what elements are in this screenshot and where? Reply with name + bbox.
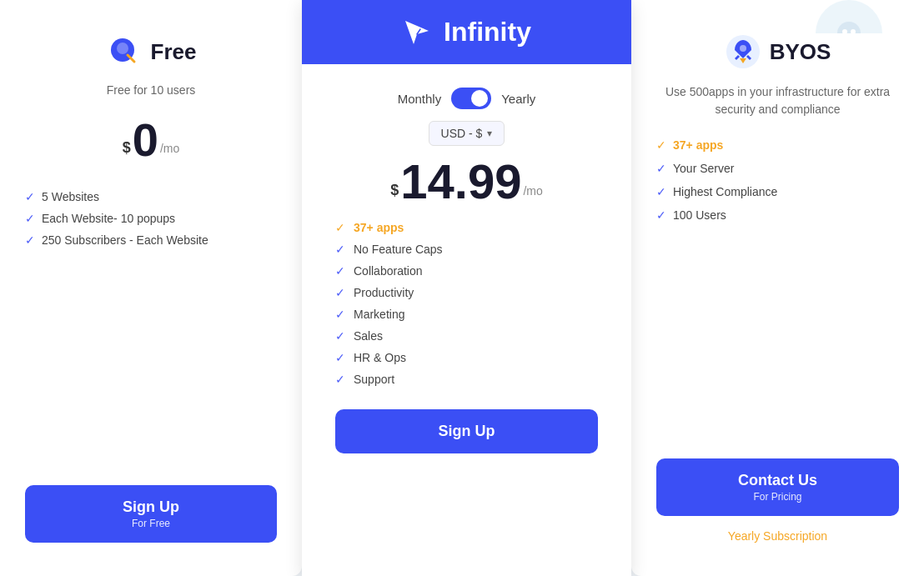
free-plan-subtitle: Free for 10 users: [107, 83, 196, 97]
infinity-signup-button[interactable]: Sign Up: [335, 409, 598, 453]
infinity-plan-card: Infinity Monthly Yearly USD - $ ▾ $ 14.9…: [302, 0, 631, 576]
free-plan-header: Free: [106, 33, 197, 70]
free-feature-3: ✓ 250 Subscribers - Each Website: [25, 233, 277, 247]
check-icon-collab: ✓: [335, 264, 345, 278]
check-icon-3: ✓: [25, 233, 35, 247]
infinity-price-amount: 14.99: [400, 158, 521, 206]
check-icon-no-caps: ✓: [335, 243, 345, 256]
byos-feature-apps: ✓ 37+ apps: [656, 138, 899, 152]
byos-plan-subtitle: Use 500apps in your infrastructure for e…: [656, 83, 899, 118]
byos-features-list: ✓ 37+ apps ✓ Your Server ✓ Highest Compl…: [656, 138, 899, 222]
free-feature-1: ✓ 5 Websites: [25, 190, 277, 203]
check-icon-support: ✓: [335, 373, 345, 386]
infinity-body: Monthly Yearly USD - $ ▾ $ 14.99 /mo ✓ 3…: [302, 64, 631, 576]
byos-plan-name: BYOS: [770, 39, 831, 65]
free-cta-main: Sign Up: [123, 498, 179, 516]
free-price-sign: $: [123, 139, 131, 157]
byos-check-icon-server: ✓: [656, 162, 666, 175]
byos-cta-sub: For Pricing: [753, 491, 801, 503]
byos-cta-main: Contact Us: [738, 472, 817, 489]
infinity-feature-no-caps: ✓ No Feature Caps: [335, 243, 598, 256]
byos-contact-button[interactable]: Contact Us For Pricing: [656, 458, 899, 516]
billing-toggle-switch[interactable]: [451, 88, 491, 109]
byos-feature-server: ✓ Your Server: [656, 162, 899, 175]
infinity-price-display: $ 14.99 /mo: [390, 158, 543, 206]
byos-logo-icon: [725, 33, 761, 70]
infinity-features-list: ✓ 37+ apps ✓ No Feature Caps ✓ Collabora…: [335, 221, 598, 386]
currency-selector[interactable]: USD - $ ▾: [429, 121, 505, 146]
free-features-list: ✓ 5 Websites ✓ Each Website- 10 popups ✓…: [25, 190, 277, 247]
byos-check-icon-apps: ✓: [656, 138, 666, 152]
byos-robot-icon: [832, 17, 866, 33]
infinity-feature-productivity: ✓ Productivity: [335, 286, 598, 299]
check-icon-hrops: ✓: [335, 351, 345, 364]
free-price-period: /mo: [160, 142, 179, 155]
chevron-down-icon: ▾: [487, 128, 492, 139]
svg-point-1: [117, 43, 128, 54]
svg-point-3: [837, 22, 861, 33]
billing-toggle: Monthly Yearly: [398, 88, 536, 109]
infinity-cta-main: Sign Up: [439, 423, 495, 440]
free-price-amount: 0: [133, 117, 158, 163]
infinity-logo-icon: [402, 18, 432, 48]
byos-feature-users: ✓ 100 Users: [656, 208, 899, 222]
pricing-container: Free Free for 10 users $ 0 /mo ✓ 5 Websi…: [0, 0, 924, 576]
free-plan-icon: [106, 33, 143, 70]
byos-yearly-subscription-label[interactable]: Yearly Subscription: [728, 529, 827, 543]
infinity-header: Infinity: [302, 0, 631, 64]
check-icon-1: ✓: [25, 190, 35, 203]
byos-plan-header: BYOS: [725, 33, 831, 70]
free-signup-button[interactable]: Sign Up For Free: [25, 485, 277, 543]
infinity-plan-name: Infinity: [444, 17, 531, 48]
free-price-display: $ 0 /mo: [123, 117, 180, 163]
check-icon-2: ✓: [25, 212, 35, 225]
check-icon-productivity: ✓: [335, 286, 345, 299]
infinity-feature-sales: ✓ Sales: [335, 329, 598, 343]
free-plan-name: Free: [151, 39, 197, 65]
infinity-feature-marketing: ✓ Marketing: [335, 308, 598, 321]
currency-value: USD - $: [441, 127, 483, 140]
svg-point-7: [740, 45, 746, 52]
check-icon-apps: ✓: [335, 221, 345, 234]
billing-monthly-label: Monthly: [398, 92, 442, 106]
infinity-price-sign: $: [390, 182, 399, 199]
infinity-feature-support: ✓ Support: [335, 373, 598, 386]
infinity-price-period: /mo: [523, 184, 542, 198]
byos-check-icon-users: ✓: [656, 208, 666, 222]
infinity-feature-collab: ✓ Collaboration: [335, 264, 598, 278]
infinity-feature-hrops: ✓ HR & Ops: [335, 351, 598, 364]
byos-feature-compliance: ✓ Highest Compliance: [656, 185, 899, 198]
byos-plan-card: BYOS Use 500apps in your infrastructure …: [631, 0, 924, 576]
free-cta-sub: For Free: [132, 518, 170, 529]
check-icon-marketing: ✓: [335, 308, 345, 321]
byos-top-icon-container: [816, 0, 882, 33]
check-icon-sales: ✓: [335, 329, 345, 343]
billing-yearly-label: Yearly: [501, 92, 535, 106]
infinity-feature-apps: ✓ 37+ apps: [335, 221, 598, 234]
byos-check-icon-compliance: ✓: [656, 185, 666, 198]
free-plan-card: Free Free for 10 users $ 0 /mo ✓ 5 Websi…: [0, 0, 302, 576]
free-feature-2: ✓ Each Website- 10 popups: [25, 212, 277, 225]
